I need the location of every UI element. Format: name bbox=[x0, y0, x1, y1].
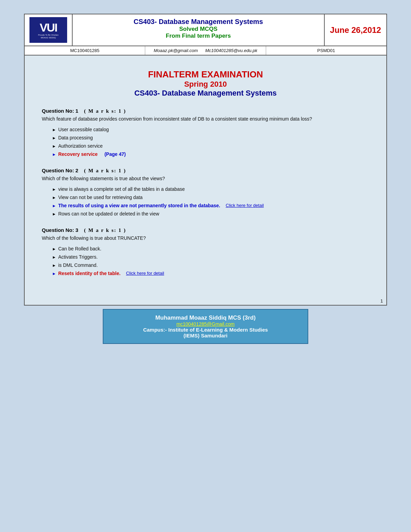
title-main: CS403- Database Management Systems bbox=[76, 18, 321, 26]
title-from: From Final term Papers bbox=[76, 33, 321, 39]
header-date: June 26,2012 bbox=[325, 14, 386, 46]
arrow-icon: ► bbox=[52, 262, 56, 269]
footer-email[interactable]: mc100401285@Gmail.com bbox=[110, 321, 301, 327]
arrow-icon: ► bbox=[52, 135, 56, 141]
student-id: MC100401285 bbox=[25, 46, 145, 55]
logo-sub1: Proude To Be Virtulian bbox=[38, 34, 58, 36]
question-2-header: Question No: 2 ( M a r k s: 1 ) bbox=[42, 168, 369, 174]
option-1-2: ► Data processing bbox=[52, 134, 369, 141]
sub-header: MC100401285 Moaaz.pk@gmail.com Mc1004012… bbox=[25, 46, 386, 55]
logo-sub2: MOAAZ SIDDIQ bbox=[41, 37, 56, 39]
footer-bar: Muhammad Moaaz Siddiq MCS (3rd) mc100401… bbox=[103, 309, 308, 344]
question-1: Question No: 1 ( M a r k s: 1 ) Which fe… bbox=[42, 108, 369, 158]
option-3-1: ► Can be Rolled back. bbox=[52, 245, 369, 252]
footer-name: Muhammad Moaaz Siddiq MCS (3rd) bbox=[110, 314, 301, 321]
option-2-3-correct: ► The results of using a view are not pe… bbox=[52, 202, 369, 209]
arrow-correct-icon: ► bbox=[52, 203, 56, 209]
option-2-4: ► Rows can not be updated or deleted in … bbox=[52, 210, 369, 218]
logo-box: VUI Proude To Be Virtulian MOAAZ SIDDIQ bbox=[29, 17, 67, 43]
title-solved: Solved MCQS bbox=[76, 26, 321, 33]
page-number: 1 bbox=[25, 297, 386, 305]
question-1-text: Which feature of database provides conve… bbox=[42, 115, 369, 123]
arrow-icon: ► bbox=[52, 246, 56, 252]
question-3-options: ► Can be Rolled back. ► Activates Trigge… bbox=[42, 245, 369, 277]
page-wrapper: VUI Proude To Be Virtulian MOAAZ SIDDIQ … bbox=[24, 14, 387, 306]
arrow-icon: ► bbox=[52, 143, 56, 149]
arrow-icon: ► bbox=[52, 254, 56, 260]
option-1-4-correct: ► Recovery service (Page 47) bbox=[52, 151, 369, 158]
arrow-icon: ► bbox=[52, 195, 56, 201]
arrow-icon: ► bbox=[52, 186, 56, 193]
header: VUI Proude To Be Virtulian MOAAZ SIDDIQ … bbox=[25, 14, 386, 46]
email1: Moaaz.pk@gmail.com Mc100401285@vu.edu.pk bbox=[145, 46, 266, 55]
question-3-header: Question No: 3 ( M a r k s: 1 ) bbox=[42, 227, 369, 233]
question-2-options: ► view is always a complete set of all t… bbox=[42, 186, 369, 218]
question-1-header: Question No: 1 ( M a r k s: 1 ) bbox=[42, 108, 369, 114]
option-3-4-correct: ► Resets identity of the table. Click he… bbox=[52, 270, 369, 277]
exam-title: FINALTERM EXAMINATION Spring 2010 CS403-… bbox=[42, 69, 369, 98]
arrow-icon: ► bbox=[52, 127, 56, 133]
code: PSMD01 bbox=[266, 46, 386, 55]
question-1-options: ► User accessible catalog ► Data process… bbox=[42, 126, 369, 158]
click-here-detail-q3[interactable]: Click here for detail bbox=[126, 270, 164, 277]
option-2-1: ► view is always a complete set of all t… bbox=[52, 186, 369, 193]
question-2: Question No: 2 ( M a r k s: 1 ) Which of… bbox=[42, 168, 369, 218]
option-1-3: ► Authorization service bbox=[52, 143, 369, 150]
option-3-2: ► Activates Triggers. bbox=[52, 253, 369, 261]
exam-title-spring: Spring 2010 bbox=[42, 80, 369, 89]
date-text: June 26,2012 bbox=[330, 25, 381, 35]
logo-letters: VUI bbox=[40, 22, 57, 33]
arrow-icon: ► bbox=[52, 211, 56, 217]
option-2-2: ► View can not be used for retrieving da… bbox=[52, 194, 369, 201]
arrow-correct-icon: ► bbox=[52, 151, 56, 158]
question-3: Question No: 3 ( M a r k s: 1 ) Which of… bbox=[42, 227, 369, 277]
question-2-text: Which of the following statements is tru… bbox=[42, 175, 369, 182]
exam-title-course: CS403- Database Management Systems bbox=[42, 89, 369, 98]
footer-campus2: (IEMS) Samundari bbox=[110, 333, 301, 338]
question-3-text: Which of the following is true about TRU… bbox=[42, 235, 369, 242]
option-1-1: ► User accessible catalog bbox=[52, 126, 369, 133]
click-here-detail-q2[interactable]: Click here for detail bbox=[226, 202, 264, 209]
exam-title-main: FINALTERM EXAMINATION bbox=[42, 69, 369, 80]
header-title: CS403- Database Management Systems Solve… bbox=[73, 14, 325, 46]
arrow-correct-icon: ► bbox=[52, 271, 56, 277]
option-3-3: ► is DML Command. bbox=[52, 262, 369, 269]
footer-campus: Campus:- Institute of E-Learning & Moder… bbox=[110, 327, 301, 333]
main-content: FINALTERM EXAMINATION Spring 2010 CS403-… bbox=[25, 55, 386, 297]
logo-section: VUI Proude To Be Virtulian MOAAZ SIDDIQ bbox=[25, 14, 73, 46]
